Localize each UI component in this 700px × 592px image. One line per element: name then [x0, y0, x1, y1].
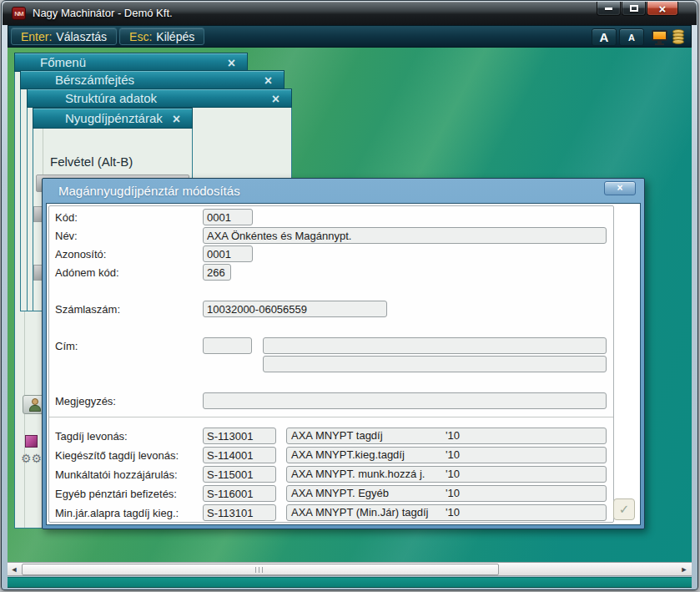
struktura-titlebar[interactable]: Struktúra adatok ×: [27, 89, 292, 108]
enter-key-label: Enter:: [21, 30, 52, 43]
scroll-left-button[interactable]: ◄: [9, 564, 19, 574]
year-text: '10: [446, 467, 460, 482]
fomenu-close-icon[interactable]: ×: [228, 54, 235, 72]
kiegeszito-tagdij-code-input[interactable]: [203, 447, 276, 463]
esc-key-label: Esc:: [129, 30, 152, 43]
window-frame: NM Nagy Machinátor - Demó Kft. × Enter: …: [1, 0, 698, 590]
dialog-close-icon: ×: [617, 182, 622, 194]
azonosito-label: Azonosító:: [55, 248, 106, 261]
dialog-body: Kód: Név: Azonosító: Adónem kód: Számlas…: [46, 203, 641, 525]
font-increase-button[interactable]: A: [592, 28, 617, 46]
nyugdij-title: Nyugdíjpénztárak: [65, 111, 163, 125]
scroll-right-button[interactable]: ►: [679, 564, 689, 574]
kiegeszito-tagdij-desc-field[interactable]: AXA MNYPT.kieg.tagdíj '10: [286, 447, 607, 463]
dialog-magannyugdijpenztar-modositas: Magánnyugdíjpénztár módosítás × Kód: Név…: [42, 178, 645, 529]
szamlaszam-label: Számlaszám:: [55, 303, 120, 316]
window-controls: ×: [596, 2, 678, 16]
tagdij-levonas-code-input[interactable]: [203, 428, 276, 444]
close-icon: ×: [659, 3, 667, 15]
dialog-title: Magánnyugdíjpénztár módosítás: [43, 179, 644, 203]
coins-icon[interactable]: [672, 29, 686, 46]
covered-highlight-fragment: [33, 206, 42, 222]
mdi-client-area: D S ⚙⚙ R Főmenü × Bérszámfejtés: [8, 48, 692, 562]
munkaltatoi-hozzajarulas-label: Munkáltatói hozzájárulás:: [55, 468, 178, 481]
maximize-icon: [630, 5, 638, 12]
minjar-tagdij-kieg-code-input[interactable]: [203, 504, 276, 521]
nyugdij-titlebar[interactable]: Nyugdíjpénztárak ×: [33, 108, 193, 129]
szamlaszam-input[interactable]: [203, 301, 387, 317]
desc-text: AXA MNYPT. Egyéb: [291, 487, 389, 499]
cim-line2-input[interactable]: [263, 356, 607, 372]
cube-icon: [25, 435, 38, 448]
font-decrease-button[interactable]: A: [619, 28, 644, 46]
azonosito-input[interactable]: [203, 245, 253, 262]
check-icon: ✓: [619, 502, 630, 516]
year-text: '10: [446, 486, 460, 501]
monitor-icon[interactable]: [651, 29, 669, 46]
year-text: '10: [446, 505, 460, 520]
berszamfejtes-title: Bérszámfejtés: [55, 73, 134, 87]
toolbar-right: A A: [592, 28, 686, 46]
scrollbar-thumb[interactable]: [22, 564, 499, 575]
kod-input[interactable]: [203, 209, 253, 225]
enter-action-label: Választás: [56, 30, 107, 43]
egyeb-penztari-befizetes-label: Egyéb pénztári befizetés:: [55, 488, 177, 500]
struktura-close-icon[interactable]: ×: [272, 90, 279, 108]
egyeb-penztari-befizetes-code-input[interactable]: [203, 485, 276, 502]
munkaltatoi-hozzajarulas-desc-field[interactable]: AXA MNYPT. munk.hozzá j. '10: [286, 466, 607, 483]
kiegeszito-tagdij-label: Kiegészítő tagdíj levonás:: [55, 449, 179, 462]
status-bar: [8, 577, 692, 588]
minimize-button[interactable]: [597, 2, 621, 16]
esc-action-label: Kilépés: [156, 30, 194, 43]
minimize-icon: [605, 8, 612, 10]
monitor-base: [655, 43, 664, 45]
egyeb-penztari-befizetes-desc-field[interactable]: AXA MNYPT. Egyéb '10: [286, 485, 607, 502]
desc-text: AXA MNYPT.kieg.tagdíj: [291, 448, 405, 461]
desc-text: AXA MNYPT tagdíj: [291, 429, 383, 442]
adonem-kod-label: Adónem kód:: [55, 266, 119, 279]
adonem-kod-input[interactable]: [203, 264, 231, 281]
esc-exit-button[interactable]: Esc: Kilépés: [119, 28, 204, 45]
section-separator: [49, 417, 613, 417]
covered-highlight-fragment: [33, 265, 42, 281]
munkaltatoi-hozzajarulas-code-input[interactable]: [203, 466, 276, 483]
person-body-shape: [29, 405, 41, 412]
struktura-title: Struktúra adatok: [65, 91, 157, 105]
fomenu-title: Főmenü: [40, 55, 86, 69]
minjar-tagdij-kieg-desc-field[interactable]: AXA MNYPT (Min.Jár) tagdíj '10: [286, 504, 607, 521]
application-window: NM Nagy Machinátor - Demó Kft. × Enter: …: [0, 0, 700, 592]
form-panel: Kód: Név: Azonosító: Adónem kód: Számlas…: [48, 205, 614, 523]
app-logo-icon: NM: [12, 7, 26, 20]
tagdij-levonas-label: Tagdíj levonás:: [55, 430, 128, 443]
confirm-button[interactable]: ✓: [613, 498, 635, 520]
minjar-tagdij-kieg-label: Min.jár.alapra tagdíj kieg.:: [55, 507, 179, 519]
megjegyzes-label: Megjegyzés:: [55, 395, 116, 407]
hotkey-bar: Enter: Választás Esc: Kilépés A A: [8, 25, 692, 48]
desc-text: AXA MNYPT (Min.Jár) tagdíj: [291, 506, 428, 519]
megjegyzes-input[interactable]: [203, 392, 607, 409]
kod-label: Kód:: [55, 211, 78, 224]
nyugdij-close-icon[interactable]: ×: [173, 109, 180, 129]
nev-label: Név:: [55, 230, 78, 242]
monitor-screen: [652, 30, 667, 41]
cim-line1-input[interactable]: [263, 337, 607, 354]
berszamfejtes-close-icon[interactable]: ×: [264, 72, 272, 89]
year-text: '10: [446, 448, 460, 463]
enter-select-button[interactable]: Enter: Választás: [11, 28, 117, 45]
horizontal-scrollbar[interactable]: ◄ ►: [8, 562, 692, 576]
main-titlebar[interactable]: NM Nagy Machinátor - Demó Kft. ×: [3, 2, 697, 25]
dialog-close-button[interactable]: ×: [604, 181, 636, 195]
scrollbar-grip-icon: [255, 567, 264, 573]
cim-zip-input[interactable]: [203, 337, 252, 354]
close-button[interactable]: ×: [647, 2, 678, 16]
tagdij-levonas-desc-field[interactable]: AXA MNYPT tagdíj '10: [286, 428, 607, 444]
cim-label: Cím:: [55, 340, 78, 352]
berszamfejtes-titlebar[interactable]: Bérszámfejtés ×: [20, 70, 285, 89]
person-icon: [32, 398, 38, 405]
fomenu-titlebar[interactable]: Főmenü ×: [14, 53, 248, 72]
window-title: Nagy Machinátor - Demó Kft.: [33, 7, 173, 19]
gears-icon: ⚙⚙: [21, 452, 42, 465]
nev-input[interactable]: [203, 227, 607, 244]
maximize-button[interactable]: [622, 2, 646, 16]
menu-item-felvetel[interactable]: Felvétel (Alt-B): [50, 154, 133, 169]
